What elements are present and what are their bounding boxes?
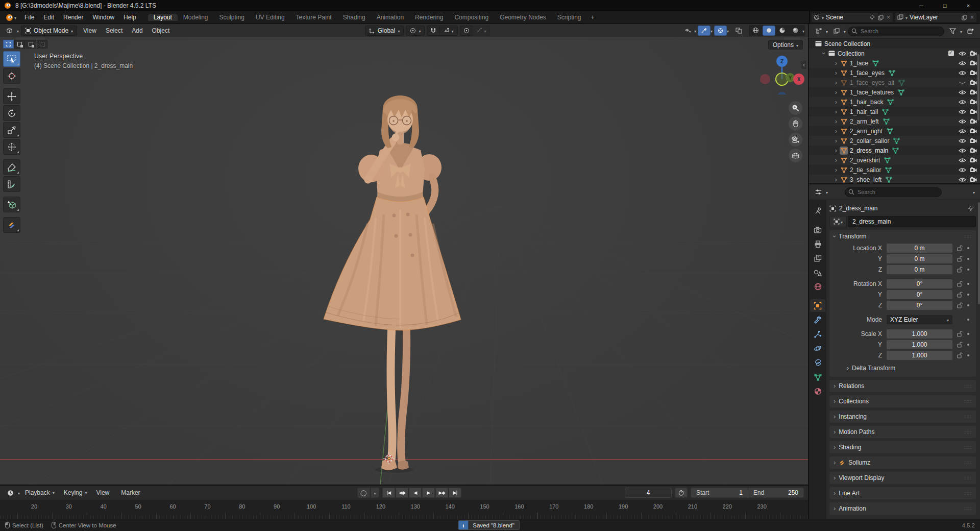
lock-icon[interactable] xyxy=(954,302,965,308)
viewport-menu-item[interactable]: View xyxy=(79,26,101,36)
disable-render-icon[interactable] xyxy=(969,89,978,95)
use-preview-range-button[interactable] xyxy=(675,488,688,498)
menu-item[interactable]: Edit xyxy=(39,11,59,23)
properties-options-dropdown[interactable] xyxy=(973,188,975,196)
shading-rendered-button[interactable] xyxy=(789,26,802,36)
unlink-scene-icon[interactable] xyxy=(886,14,891,21)
tab-output[interactable] xyxy=(810,237,825,250)
proportional-falloff-dropdown[interactable] xyxy=(473,26,490,36)
new-viewlayer-icon[interactable] xyxy=(961,15,968,20)
expand-icon[interactable] xyxy=(832,177,840,182)
disable-render-icon[interactable] xyxy=(969,109,978,114)
workspace-tab[interactable]: Compositing xyxy=(449,14,494,21)
workspace-tab[interactable]: + xyxy=(587,14,599,21)
expand-icon[interactable] xyxy=(832,157,840,163)
select-mode-subtract[interactable] xyxy=(26,40,36,49)
lock-icon[interactable] xyxy=(954,245,965,251)
outliner-item-row[interactable]: 2_arm_right xyxy=(809,126,980,136)
timeline-menu-item[interactable]: View xyxy=(92,488,116,498)
panel-drag-grip[interactable] xyxy=(964,506,972,512)
transport-button[interactable]: ◀◆ xyxy=(396,488,408,498)
viewlayer-selector[interactable]: ViewLayer xyxy=(895,12,977,22)
toggle-xray-button[interactable] xyxy=(732,26,745,36)
pivot-point-dropdown[interactable] xyxy=(406,26,425,36)
pan-button[interactable] xyxy=(789,117,802,131)
select-mode-intersect[interactable] xyxy=(37,40,47,49)
panel-drag-grip[interactable] xyxy=(964,234,972,239)
disable-render-icon[interactable] xyxy=(969,148,978,153)
auto-key-dropdown[interactable] xyxy=(371,488,379,498)
collapsed-panel-header[interactable]: Shading xyxy=(829,441,976,453)
tool-select-box[interactable] xyxy=(3,51,20,67)
disable-render-icon[interactable] xyxy=(969,157,978,163)
blender-app-menu[interactable] xyxy=(2,11,20,23)
panel-drag-grip[interactable] xyxy=(964,491,972,496)
hide-viewport-icon[interactable] xyxy=(958,51,967,56)
saved-notification[interactable]: Saved "8.blend" xyxy=(458,520,520,530)
navigation-gizmo[interactable]: Z X Y xyxy=(759,49,805,94)
tab-physics[interactable] xyxy=(810,342,825,355)
show-overlays-toggle[interactable] xyxy=(714,26,727,36)
lock-icon[interactable] xyxy=(954,292,965,298)
minimize-button[interactable]: ─ xyxy=(910,0,933,11)
outliner-search[interactable] xyxy=(848,27,944,36)
tab-material[interactable] xyxy=(810,385,825,398)
outliner-filter-button[interactable] xyxy=(946,26,959,36)
value-field[interactable]: 0° xyxy=(887,301,952,310)
properties-scrollbar[interactable] xyxy=(978,202,980,304)
select-mode-extend[interactable] xyxy=(14,40,25,49)
tool-cursor[interactable] xyxy=(3,68,20,84)
expand-icon[interactable] xyxy=(832,128,840,134)
maximize-button[interactable]: □ xyxy=(933,0,957,11)
hide-viewport-icon[interactable] xyxy=(958,61,967,66)
current-frame-field[interactable]: 4 xyxy=(625,488,672,498)
hide-viewport-icon[interactable] xyxy=(958,90,967,95)
tool-measure[interactable] xyxy=(3,176,20,192)
panel-drag-grip[interactable] xyxy=(964,460,972,466)
new-scene-icon[interactable] xyxy=(877,15,884,20)
collapsed-panel-header[interactable]: Sollumz xyxy=(829,456,976,469)
sidebar-toggle[interactable]: ‹ xyxy=(801,61,806,69)
hide-viewport-icon[interactable] xyxy=(958,119,967,124)
shading-material-button[interactable] xyxy=(776,26,789,36)
timeline-ruler[interactable]: 2030405060708090100110120130140150160170… xyxy=(0,500,808,519)
panel-drag-grip[interactable] xyxy=(964,429,972,435)
auto-key-button[interactable]: ◯ xyxy=(357,488,370,498)
pin-icon[interactable] xyxy=(968,205,974,211)
workspace-tab[interactable]: UV Editing xyxy=(250,14,290,21)
workspace-tab[interactable]: Geometry Nodes xyxy=(494,14,552,21)
timeline-menu-item[interactable]: Playback▾ xyxy=(21,488,59,498)
tab-object-data[interactable] xyxy=(810,371,825,383)
panel-drag-grip[interactable] xyxy=(964,475,972,481)
disable-render-icon[interactable] xyxy=(969,70,978,76)
collection-row[interactable]: Collection xyxy=(809,49,980,58)
viewport-menu-item[interactable]: Add xyxy=(128,26,146,36)
snap-target-dropdown[interactable] xyxy=(439,26,458,36)
gizmo-axis-y[interactable]: Y xyxy=(787,74,794,81)
animate-dot[interactable] xyxy=(965,333,972,335)
viewport-menu-item[interactable]: Select xyxy=(102,26,127,36)
value-field[interactable]: 1.000 xyxy=(887,340,952,349)
menu-item[interactable]: Window xyxy=(88,11,119,23)
editor-type-button[interactable] xyxy=(3,26,16,36)
panel-drag-grip[interactable] xyxy=(964,383,972,389)
expand-icon[interactable] xyxy=(832,118,840,124)
object-name-field[interactable]: 2_dress_main xyxy=(848,216,976,227)
menu-item[interactable]: Render xyxy=(59,11,88,23)
panel-drag-grip[interactable] xyxy=(964,445,972,450)
transport-button[interactable]: ▶| xyxy=(449,488,461,498)
scene-selector[interactable]: Scene xyxy=(811,12,893,22)
outliner-item-row[interactable]: 1_face_eyes_alt xyxy=(809,78,980,87)
timeline-menu-item[interactable]: Marker xyxy=(117,488,146,498)
tab-render[interactable] xyxy=(810,223,825,236)
outliner-item-row[interactable]: 2_arm_left xyxy=(809,116,980,126)
shading-solid-button[interactable] xyxy=(763,26,775,36)
hide-viewport-icon[interactable] xyxy=(958,70,967,76)
lock-icon[interactable] xyxy=(954,342,965,348)
lock-icon[interactable] xyxy=(954,256,965,262)
value-field[interactable]: 1.000 xyxy=(887,329,952,339)
outliner-scrollbar[interactable] xyxy=(977,54,979,120)
outliner-item-row[interactable]: 2_dress_main xyxy=(809,146,980,155)
value-field[interactable]: 0 m xyxy=(887,254,952,263)
workspace-tab[interactable]: Sculpting xyxy=(214,14,250,21)
